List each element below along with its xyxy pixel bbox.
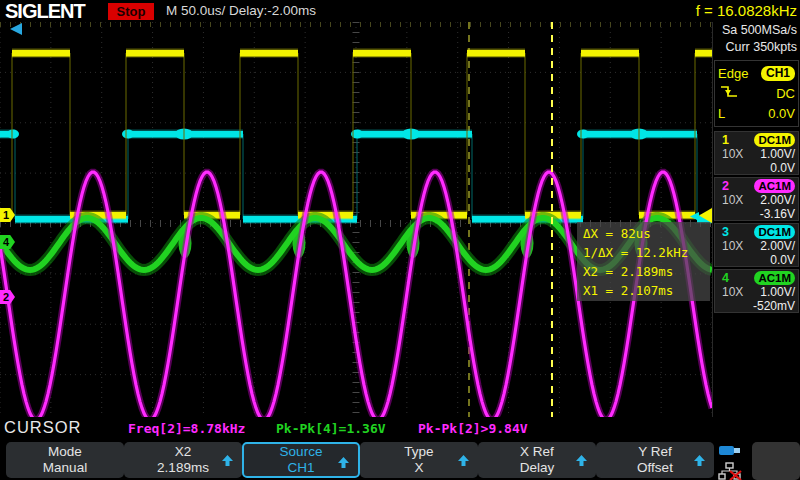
menu-button-xref[interactable]: X Ref Delay [478,442,596,478]
ch3-number: 3 [718,225,729,239]
measurement-row: CURSOR Freq[2]=8.78kHz Pk-Pk[4]=1.36V Pk… [0,417,800,439]
measurement-freq-ch2: Freq[2]=8.78kHz [128,421,245,436]
cursor-x2: X2 = 2.189ms [583,262,710,281]
channel-box-3[interactable]: 3 DC1M 10X 2.00V/ 0.0V [714,223,799,267]
menu-button-x2[interactable]: X2 2.189ms [124,442,242,478]
ch2-probe: 10X [718,193,743,207]
ch4-probe: 10X [718,285,743,299]
lan-disconnected-icon [718,462,744,480]
ch4-coupling-badge: AC1M [754,271,795,285]
ch1-coupling-badge: DC1M [754,133,795,147]
timebase-delay-readout: M 50.0us/ Delay:-2.00ms [166,3,316,18]
menu-button-yref[interactable]: Y Ref Offset [596,442,714,478]
cursor-menu-title: CURSOR [4,418,82,437]
ch3-offset: 0.0V [770,253,795,267]
run-state-badge[interactable]: Stop [108,3,154,20]
softkey-menu: Mode Manual X2 2.189ms Source CH1 Type X… [0,440,800,480]
ch3-scale: 2.00V/ [760,239,795,253]
measurement-pkpk-ch2: Pk-Pk[2]>9.84V [418,421,528,436]
cursor-inv-delta-x: 1/ΔX = 12.2kHz [583,243,710,262]
trigger-level-value: 0.0V [768,106,795,121]
measurement-pkpk-ch4: Pk-Pk[4]=1.36V [276,421,386,436]
cursor-x1: X1 = 2.107ms [583,281,710,300]
ch2-scale: 2.00V/ [760,193,795,207]
ch4-scale: 1.00V/ [760,285,795,299]
trigger-panel: Edge CH1 DC L 0.0V [714,60,799,127]
ch1-offset: 0.0V [770,161,795,175]
ch3-coupling-badge: DC1M [754,225,795,239]
sample-rate: Sa 500MSa/s [713,22,797,39]
up-arrow-icon [337,456,350,472]
trigger-mode-label: Edge [718,66,748,81]
channel-box-1[interactable]: 1 DC1M 10X 1.00V/ 0.0V [714,131,799,175]
ch2-coupling-badge: AC1M [754,179,795,193]
ch3-probe: 10X [718,239,743,253]
waveform-plot: 1 4 2 ΔX = 82us 1/ΔX = 12.2kHz X2 = 2.18… [0,22,712,425]
oscilloscope-screen: SIGLENT Stop M 50.0us/ Delay:-2.00ms f =… [0,0,800,480]
frequency-counter: f = 16.0828kHz [696,2,797,19]
ch4-number: 4 [718,271,729,285]
channel-box-4[interactable]: 4 AC1M 10X 1.00V/ -520mV [714,269,799,313]
io-status [718,442,748,480]
menu-button-mode[interactable]: Mode Manual [6,442,124,478]
top-bar: SIGLENT Stop M 50.0us/ Delay:-2.00ms f =… [0,0,800,22]
up-arrow-icon [457,454,470,470]
up-arrow-icon [575,454,588,470]
ch1-scale: 1.00V/ [760,147,795,161]
usb-icon [718,442,744,458]
sidebar: Sa 500MSa/s Curr 350kpts Edge CH1 DC L 0… [712,22,800,425]
trigger-coupling: DC [776,86,795,101]
ch1-probe: 10X [718,147,743,161]
trigger-level-label: L [718,106,725,121]
brand-logo: SIGLENT [5,0,85,23]
channel-box-2[interactable]: 2 AC1M 10X 2.00V/ -3.16V [714,177,799,221]
cursor-delta-x: ΔX = 82us [583,224,710,243]
up-arrow-icon [693,454,706,470]
ch4-offset: -520mV [753,299,795,313]
menu-button-type[interactable]: Type X [360,442,478,478]
menu-button-source[interactable]: Source CH1 [242,442,360,478]
ch2-offset: -3.16V [760,207,795,221]
menu-endcap [752,442,800,480]
ch2-number: 2 [718,179,729,193]
ch1-number: 1 [718,133,729,147]
falling-edge-icon [718,84,740,102]
trigger-source-badge[interactable]: CH1 [761,66,795,81]
up-arrow-icon [221,454,234,470]
cursor-readout-box: ΔX = 82us 1/ΔX = 12.2kHz X2 = 2.189ms X1… [577,222,710,301]
memory-depth: Curr 350kpts [713,39,797,56]
